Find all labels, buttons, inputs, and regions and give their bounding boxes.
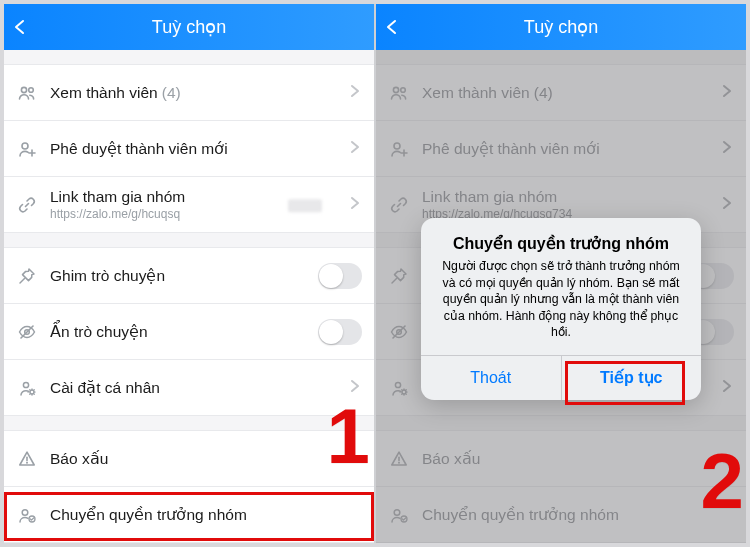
warning-icon <box>14 449 40 469</box>
row-label: Báo xấu <box>50 450 108 467</box>
dialog-message: Người được chọn sẽ trở thành trưởng nhóm… <box>437 258 685 341</box>
row-personal-settings[interactable]: Cài đặt cá nhân <box>4 359 374 415</box>
screen-left: Tuỳ chọn Xem thành viên(4) Phê duyệt thà… <box>4 4 374 543</box>
header: Tuỳ chọn <box>4 4 374 50</box>
hide-toggle[interactable] <box>318 319 362 345</box>
link-icon <box>14 195 40 215</box>
member-count: (4) <box>162 84 181 101</box>
row-pin-chat[interactable]: Ghim trò chuyện <box>4 248 374 303</box>
pin-icon <box>14 266 40 286</box>
page-title: Tuỳ chọn <box>524 16 598 38</box>
row-label: Ghim trò chuyện <box>50 267 165 284</box>
dialog-confirm-button[interactable]: Tiếp tục <box>561 356 702 400</box>
row-label: Xem thành viên <box>50 84 158 101</box>
row-group-link[interactable]: Link tham gia nhóm https://zalo.me/g/hcu… <box>4 176 374 232</box>
row-transfer-owner[interactable]: Chuyển quyền trưởng nhóm <box>4 486 374 542</box>
chevron-right-icon <box>348 140 362 158</box>
gear-user-icon <box>14 378 40 398</box>
row-label: Chuyển quyền trưởng nhóm <box>50 506 247 523</box>
page-title: Tuỳ chọn <box>152 16 226 38</box>
hide-icon <box>14 322 40 342</box>
members-icon <box>14 83 40 103</box>
redaction <box>288 199 322 212</box>
back-button[interactable] <box>10 4 30 50</box>
chevron-right-icon <box>348 196 362 214</box>
step-number: 1 <box>327 397 370 475</box>
step-number: 2 <box>701 442 744 520</box>
pin-toggle[interactable] <box>318 263 362 289</box>
row-label: Ẩn trò chuyện <box>50 323 148 340</box>
add-user-icon <box>14 139 40 159</box>
chevron-right-icon <box>348 84 362 102</box>
transfer-owner-icon <box>14 505 40 525</box>
row-label: Phê duyệt thành viên mới <box>50 140 228 157</box>
row-report[interactable]: Báo xấu <box>4 431 374 486</box>
dialog-title: Chuyển quyền trưởng nhóm <box>437 234 685 253</box>
screen-right: Tuỳ chọn Xem thành viên(4) Phê duyệt thà… <box>376 4 746 543</box>
row-label: Cài đặt cá nhân <box>50 379 160 396</box>
row-members[interactable]: Xem thành viên(4) <box>4 65 374 120</box>
dialog-cancel-button[interactable]: Thoát <box>421 356 561 400</box>
header: Tuỳ chọn <box>376 4 746 50</box>
row-approve-members[interactable]: Phê duyệt thành viên mới <box>4 120 374 176</box>
row-hide-chat[interactable]: Ẩn trò chuyện <box>4 303 374 359</box>
back-button[interactable] <box>382 4 402 50</box>
confirm-dialog: Chuyển quyền trưởng nhóm Người được chọn… <box>421 218 701 400</box>
